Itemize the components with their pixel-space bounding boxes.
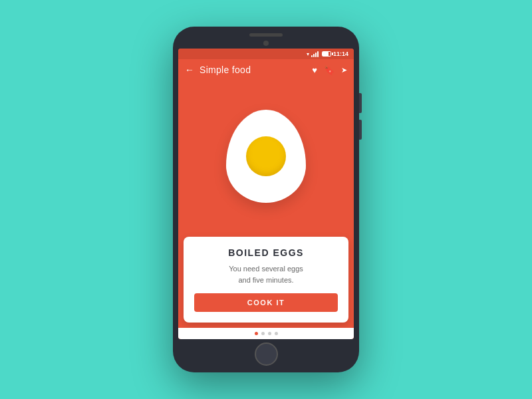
egg-yolk	[246, 136, 286, 176]
page-dots	[178, 328, 354, 339]
app-title: Simple food	[200, 65, 307, 75]
recipe-description: You need several eggsand five minutes.	[229, 263, 303, 285]
phone-screen: ▾ 11:14 ← Simple food ♥ �	[178, 49, 354, 339]
volume-up-button[interactable]	[359, 93, 362, 113]
dot-3	[268, 332, 271, 335]
action-icons: ♥ 🔖 ➤	[312, 65, 347, 75]
share-icon[interactable]: ➤	[341, 66, 347, 74]
camera	[263, 41, 269, 46]
phone-frame: ▾ 11:14 ← Simple food ♥ �	[173, 27, 359, 372]
dot-2	[261, 332, 265, 335]
dot-1	[255, 332, 258, 335]
app-bar: ← Simple food ♥ 🔖 ➤	[178, 59, 354, 80]
signal-icon	[311, 51, 319, 57]
time-display: 11:14	[333, 51, 348, 57]
wifi-icon: ▾	[307, 51, 309, 57]
home-button[interactable]	[255, 342, 278, 366]
volume-down-button[interactable]	[359, 120, 362, 140]
heart-icon[interactable]: ♥	[312, 65, 317, 75]
speaker	[249, 33, 283, 37]
bookmark-icon[interactable]: 🔖	[324, 65, 334, 75]
recipe-card: BOILED EGGS You need several eggsand fiv…	[184, 237, 348, 323]
cook-it-button[interactable]: COOK IT	[194, 293, 338, 312]
back-button[interactable]: ←	[185, 65, 194, 75]
battery-icon	[322, 51, 331, 57]
dot-4	[275, 332, 278, 335]
status-bar: ▾ 11:14	[178, 49, 354, 59]
recipe-title: BOILED EGGS	[228, 247, 304, 258]
hero-area	[178, 80, 354, 231]
egg-illustration	[219, 103, 313, 209]
